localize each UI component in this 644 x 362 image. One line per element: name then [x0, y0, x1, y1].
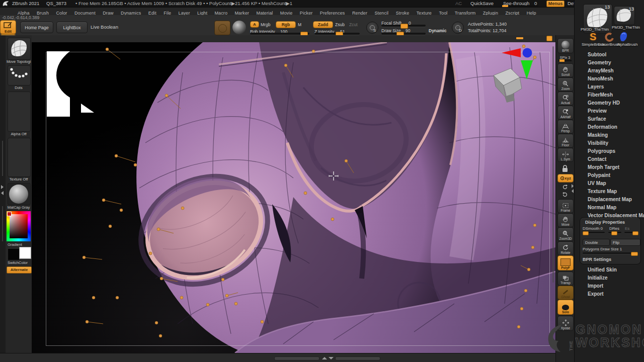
- local-pivot-button[interactable]: [557, 162, 573, 173]
- display-properties-title[interactable]: Display Properties: [585, 220, 625, 225]
- shelf-divider-right-icon[interactable]: [572, 184, 574, 188]
- rgb-button[interactable]: Rgb: [276, 21, 296, 28]
- texture-thumbnail[interactable]: [8, 138, 31, 177]
- anchor-button[interactable]: A: [250, 21, 259, 28]
- actual-button[interactable]: Actual: [557, 92, 574, 106]
- viewport-canvas[interactable]: [32, 42, 555, 353]
- zoom-button[interactable]: Zoom: [557, 77, 574, 92]
- corner-orange-widget[interactable]: [546, 36, 552, 41]
- section-polygroups[interactable]: Polygroups: [588, 148, 615, 154]
- bpr-settings-section[interactable]: BPR Settings: [583, 257, 611, 262]
- canvas-scrollbar-vertical[interactable]: [552, 46, 554, 283]
- shelf-divider-left-icon[interactable]: [572, 189, 574, 193]
- section-export[interactable]: Export: [588, 291, 604, 297]
- double-button[interactable]: Double: [583, 239, 610, 246]
- color-picker-square[interactable]: [10, 214, 28, 238]
- section-preview[interactable]: Preview: [588, 108, 607, 114]
- solo-button[interactable]: Solo: [557, 300, 574, 315]
- section-visibility[interactable]: Visibility: [588, 140, 608, 146]
- zoom3d-button[interactable]: Zoom3D: [557, 227, 574, 241]
- es-slider[interactable]: [624, 232, 637, 233]
- spix-control[interactable]: SPix 3: [557, 53, 573, 61]
- ghost-button[interactable]: Ghost: [557, 286, 574, 300]
- dsmooth-handle[interactable]: [583, 231, 589, 235]
- bpr-button[interactable]: BPR: [557, 38, 574, 53]
- live-boolean-toggle[interactable]: Live Boolean: [91, 24, 118, 30]
- section-morph-target[interactable]: Morph Target: [588, 164, 619, 170]
- spin-up-icon[interactable]: [557, 183, 573, 190]
- tray-expand-right-icon[interactable]: [1, 185, 4, 189]
- section-texture-map[interactable]: Texture Map: [588, 189, 617, 194]
- section-fibermesh[interactable]: FiberMesh: [588, 92, 613, 98]
- dres-handle[interactable]: [611, 231, 617, 235]
- focal-ring-icon[interactable]: [366, 22, 378, 34]
- see-through-slider[interactable]: [502, 6, 538, 7]
- gizmo-z-axis-icon[interactable]: [523, 48, 532, 58]
- simple-brush-icon[interactable]: S: [590, 31, 600, 42]
- section-unified-skin[interactable]: Unified Skin: [588, 267, 617, 273]
- section-displacement-map[interactable]: Displacement Map: [588, 197, 632, 202]
- menus-toggle-button[interactable]: Menus: [546, 1, 565, 7]
- section-polypaint[interactable]: Polypaint: [588, 172, 610, 178]
- transp-button[interactable]: Transp: [557, 272, 574, 286]
- canvas-scrollbar-left[interactable]: [274, 356, 319, 360]
- section-nanomesh[interactable]: NanoMesh: [588, 76, 613, 81]
- focal-shift-slider[interactable]: [381, 25, 426, 27]
- zsub-button[interactable]: Zsub: [335, 22, 345, 27]
- density-ring-icon[interactable]: [452, 22, 464, 34]
- lightbox-button[interactable]: LightBox: [56, 22, 88, 33]
- z-intensity-slider[interactable]: [314, 33, 360, 35]
- color-picker[interactable]: [7, 211, 31, 241]
- m-button[interactable]: M: [298, 22, 301, 27]
- spin-down-icon[interactable]: [557, 191, 573, 198]
- move-canvas-button[interactable]: Move: [557, 213, 574, 227]
- rotate-canvas-button[interactable]: Rotate: [557, 241, 574, 255]
- alpha-thumbnail[interactable]: [8, 92, 31, 132]
- floor-button[interactable]: Floor: [557, 134, 574, 148]
- stroke-picker[interactable]: [214, 21, 230, 35]
- pds-handle[interactable]: [631, 252, 638, 256]
- material-thumbnail[interactable]: [8, 183, 31, 205]
- stroke-thumbnail[interactable]: [8, 65, 31, 85]
- divider-handle-orange[interactable]: [516, 37, 523, 39]
- lsym-button[interactable]: L.Sym: [557, 148, 574, 162]
- secondary-color-swatch[interactable]: [19, 247, 31, 259]
- canvas-scrollbar-right[interactable]: [335, 356, 380, 360]
- section-surface[interactable]: Surface: [588, 116, 606, 122]
- zadd-button[interactable]: Zadd: [313, 21, 333, 28]
- edit-mode-button[interactable]: Edit: [0, 20, 16, 34]
- aahalf-button[interactable]: AAHalf: [557, 106, 574, 120]
- section-arraymesh[interactable]: ArrayMesh: [588, 68, 614, 73]
- home-page-button[interactable]: Home Page: [20, 22, 53, 33]
- alternate-button[interactable]: Alternate: [7, 266, 32, 274]
- scroll-button[interactable]: Scroll: [557, 63, 574, 77]
- polyframe-button[interactable]: PolyF: [557, 255, 574, 270]
- flip-button[interactable]: Flip: [610, 239, 640, 246]
- eraser-brush-curl-icon[interactable]: [604, 31, 614, 42]
- eraser-brush-icon[interactable]: [625, 31, 635, 42]
- section-uv-map[interactable]: UV Map: [588, 180, 606, 186]
- es-handle[interactable]: [632, 231, 638, 235]
- section-contact[interactable]: Contact: [588, 156, 606, 162]
- draw-size-slider[interactable]: [381, 33, 426, 35]
- spix-slider-handle[interactable]: [559, 59, 565, 62]
- main-color-swatch[interactable]: [8, 248, 20, 260]
- section-import[interactable]: Import: [588, 283, 603, 289]
- section-deformation[interactable]: Deformation: [588, 124, 617, 130]
- section-subtool[interactable]: Subtool: [588, 52, 606, 57]
- section-geometry[interactable]: Geometry: [588, 60, 611, 65]
- spix-slider[interactable]: [558, 60, 572, 61]
- tray-up-icon[interactable]: [322, 357, 327, 359]
- quicksave-button[interactable]: QuickSave: [470, 1, 494, 6]
- tray-collapse-left-icon[interactable]: [1, 191, 4, 195]
- tray-down-icon[interactable]: [329, 357, 334, 359]
- rgb-intensity-slider[interactable]: [250, 33, 309, 35]
- persp-button[interactable]: Persp: [557, 120, 574, 134]
- xyz-button[interactable]: xyz: [557, 174, 574, 183]
- mrgb-button[interactable]: Mrgb: [261, 22, 270, 27]
- pds-slider[interactable]: [583, 252, 637, 254]
- section-layers[interactable]: Layers: [588, 84, 604, 89]
- section-normal-map[interactable]: Normal Map: [588, 205, 616, 210]
- section-initialize[interactable]: Initialize: [588, 275, 607, 281]
- material-picker[interactable]: [232, 21, 246, 34]
